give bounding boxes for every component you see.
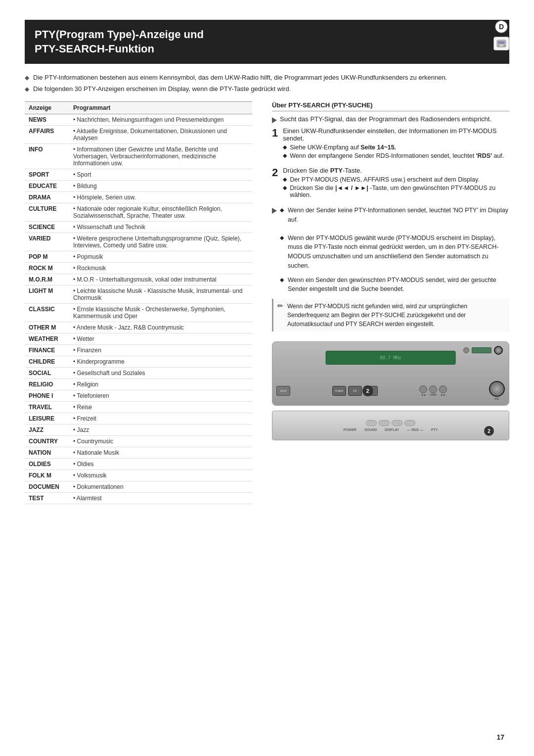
table-cell-anzeige: SCIENCE <box>25 222 69 233</box>
table-row: ROCK M• Rockmusik <box>25 263 252 274</box>
pty-table: Anzeige Programmart NEWS• Nachrichten, M… <box>25 101 252 504</box>
table-cell-anzeige: EDUCATE <box>25 181 69 192</box>
table-cell-anzeige: SPORT <box>25 169 69 181</box>
device-display: 88.7 MHz <box>326 351 456 365</box>
table-row: OLDIES• Oldies <box>25 459 252 470</box>
d-indicator: D <box>493 20 509 50</box>
table-cell-programmart: • Oldies <box>69 459 252 470</box>
svg-point-3 <box>503 45 505 47</box>
table-cell-programmart: • Nachrichten, Meinungsumfragen und Pres… <box>69 114 252 126</box>
note-2-content: ◆ Wenn der PTY-MODUS gewählt wurde (PTY-… <box>280 234 509 294</box>
table-row: OTHER M• Andere Musik - Jazz, R&B Countr… <box>25 322 252 333</box>
table-cell-programmart: • M.O.R - Unterhaltungsmusik, vokal oder… <box>69 274 252 285</box>
page-header: PTY(Program Type)-Anzeige und PTY-SEARCH… <box>25 20 509 64</box>
table-row: FINANCE• Finanzen <box>25 345 252 356</box>
table-cell-programmart: • Informationen über Gewichte und Maße, … <box>69 144 252 169</box>
table-cell-programmart: • Rockmusik <box>69 263 252 274</box>
table-cell-anzeige: DOCUMEN <box>25 481 69 493</box>
table-row: FOLK M• Volksmusik <box>25 470 252 481</box>
intro-bullet-1: ◆ Die PTY-Informationen bestehen aus ein… <box>25 74 509 81</box>
table-cell-anzeige: AFFAIRS <box>25 126 69 144</box>
table-row: SOCIAL• Gesellschaft und Soziales <box>25 368 252 379</box>
table-cell-programmart: • Ernste klassische Musik - Orchesterwer… <box>69 304 252 322</box>
table-cell-anzeige: LEISURE <box>25 413 69 425</box>
d-label: D <box>499 23 504 31</box>
table-cell-anzeige: INFO <box>25 144 69 169</box>
table-cell-programmart: • Wissenschaft und Technik <box>69 222 252 233</box>
diamond-icon: ◆ <box>25 86 29 93</box>
table-cell-anzeige: DRAMA <box>25 192 69 203</box>
arrow-icon <box>272 117 277 123</box>
step-2-sub-2: ◆ Drücken Sie die |◄◄ / ►►| -Taste, um d… <box>283 185 509 198</box>
table-row: CLASSIC• Ernste klassische Musik - Orche… <box>25 304 252 322</box>
svg-point-2 <box>497 45 499 47</box>
table-row: LEISURE• Freizeit <box>25 413 252 425</box>
note-1-content: ◆ Wenn der Sender keine PTY-Informatione… <box>280 206 509 230</box>
table-cell-anzeige: ROCK M <box>25 263 69 274</box>
table-cell-programmart: • Hörspiele, Serien usw. <box>69 192 252 203</box>
table-cell-anzeige: COUNTRY <box>25 436 69 447</box>
table-cell-anzeige: OTHER M <box>25 322 69 333</box>
table-cell-programmart: • Popmusik <box>69 251 252 263</box>
table-cell-anzeige: CHILDRE <box>25 356 69 368</box>
table-row: INFO• Informationen über Gewichte und Ma… <box>25 144 252 169</box>
table-cell-programmart: • Weitere gesprochene Unterhaltungsprogr… <box>69 233 252 251</box>
table-cell-programmart: • Dokumentationen <box>69 481 252 493</box>
table-row: EDUCATE• Bildung <box>25 181 252 192</box>
col-header-anzeige: Anzeige <box>25 102 69 114</box>
svg-rect-1 <box>498 41 505 44</box>
diamond-icon: ◆ <box>283 185 287 191</box>
step-1-sub-2: ◆ Wenn der empfangene Sender RDS-Informa… <box>283 152 509 159</box>
table-cell-anzeige: LIGHT M <box>25 285 69 304</box>
table-row: AFFAIRS• Aktuelle Ereignisse, Dokumentat… <box>25 126 252 144</box>
table-cell-anzeige: NEWS <box>25 114 69 126</box>
table-cell-programmart: • Bildung <box>69 181 252 192</box>
step-1-content: Einen UKW-Rundfunksender einstellen, der… <box>283 127 509 161</box>
diamond-icon: ◆ <box>25 74 29 81</box>
pencil-note-text: Wenn der PTY-MODUS nicht gefunden wird, … <box>287 302 505 329</box>
table-cell-anzeige: OLDIES <box>25 459 69 470</box>
table-row: SCIENCE• Wissenschaft und Technik <box>25 222 252 233</box>
table-cell-programmart: • Countrymusic <box>69 436 252 447</box>
table-cell-programmart: • Reise <box>69 402 252 413</box>
main-columns: Anzeige Programmart NEWS• Nachrichten, M… <box>25 101 509 504</box>
table-row: RELIGIO• Religion <box>25 379 252 390</box>
table-cell-anzeige: CULTURE <box>25 203 69 222</box>
step-1-sub-1: ◆ Siehe UKW-Empfang auf Seite 14~15. <box>283 144 509 151</box>
device-bottom-inner: POWER SOUND DISPLAY — RDS — PTY 2 <box>272 411 509 440</box>
device-image-top: 88.7 MHz AUX <box>272 341 509 406</box>
table-row: WEATHER• Wetter <box>25 333 252 345</box>
right-column: Über PTY-SEARCH (PTY-SUCHE) Sucht das PT… <box>272 101 509 440</box>
step-1-number: 1 <box>272 127 278 139</box>
device-top-inner: 88.7 MHz AUX <box>272 342 509 405</box>
table-cell-programmart: • Gesellschaft und Soziales <box>69 368 252 379</box>
table-cell-anzeige: NATION <box>25 447 69 459</box>
pencil-note: ✏ Wenn der PTY-MODUS nicht gefunden wird… <box>272 299 509 331</box>
table-cell-programmart: • Freizeit <box>69 413 252 425</box>
search-intro-block: Sucht das PTY-Signal, das der Programmar… <box>272 115 509 123</box>
page-title: PTY(Program Type)-Anzeige und PTY-SEARCH… <box>35 28 499 56</box>
arrow-icon <box>272 208 277 214</box>
diamond-icon: ◆ <box>283 152 287 159</box>
step-2-content: Drücken Sie die PTY-Taste. ◆ Der PTY-MOD… <box>283 167 509 200</box>
col-header-programmart: Programmart <box>69 102 252 114</box>
d-circle: D <box>494 20 508 34</box>
table-cell-anzeige: FOLK M <box>25 470 69 481</box>
device-image-bottom: POWER SOUND DISPLAY — RDS — PTY 2 <box>272 411 509 440</box>
note-block-1: ◆ Wenn der Sender keine PTY-Informatione… <box>272 206 509 294</box>
table-cell-anzeige: POP M <box>25 251 69 263</box>
table-cell-anzeige: WEATHER <box>25 333 69 345</box>
device-images: 88.7 MHz AUX <box>272 341 509 440</box>
table-cell-anzeige: TRAVEL <box>25 402 69 413</box>
table-cell-programmart: • Nationale oder regionale Kultur, einsc… <box>69 203 252 222</box>
table-cell-programmart: • Alarmtest <box>69 493 252 504</box>
step-2-main: Drücken Sie die PTY-Taste. <box>283 167 509 174</box>
diamond-icon: ◆ <box>280 235 284 241</box>
table-cell-programmart: • Religion <box>69 379 252 390</box>
table-row: DOCUMEN• Dokumentationen <box>25 481 252 493</box>
table-row: JAZZ• Jazz <box>25 425 252 436</box>
pencil-icon: ✏ <box>277 302 283 310</box>
note-1-arrow: ◆ Wenn der Sender keine PTY-Informatione… <box>272 206 509 230</box>
diamond-icon: ◆ <box>280 277 284 283</box>
step-2: 2 Drücken Sie die PTY-Taste. ◆ Der PTY-M… <box>272 167 509 200</box>
